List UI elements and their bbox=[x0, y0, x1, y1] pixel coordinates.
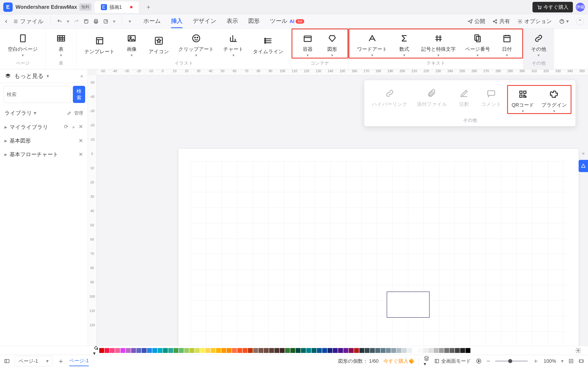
color-swatch[interactable] bbox=[386, 348, 391, 353]
color-swatch[interactable] bbox=[168, 348, 173, 353]
color-swatch[interactable] bbox=[216, 348, 221, 353]
zoom-out-button[interactable]: − bbox=[486, 358, 490, 365]
color-swatch[interactable] bbox=[131, 348, 136, 353]
color-swatch[interactable] bbox=[439, 348, 444, 353]
color-swatch[interactable] bbox=[115, 348, 120, 353]
back-button[interactable] bbox=[4, 19, 9, 24]
color-swatch[interactable] bbox=[428, 348, 433, 353]
save-button[interactable] bbox=[84, 19, 89, 24]
wordart-button[interactable]: ワードアート▼ bbox=[354, 30, 391, 57]
manage-library-button[interactable]: 管理 bbox=[74, 110, 83, 116]
print-button[interactable] bbox=[93, 19, 99, 24]
symbol-button[interactable]: 記号と特殊文字▼ bbox=[417, 30, 459, 57]
color-swatch[interactable] bbox=[121, 348, 125, 353]
color-swatch[interactable] bbox=[269, 348, 274, 353]
color-swatch[interactable] bbox=[205, 348, 210, 353]
color-swatch[interactable] bbox=[248, 348, 253, 353]
color-swatch[interactable] bbox=[322, 348, 327, 353]
file-menu[interactable]: ファイル bbox=[13, 17, 44, 25]
menu-tab-3[interactable]: 表示 bbox=[227, 15, 238, 28]
color-swatch[interactable] bbox=[301, 348, 306, 353]
fullscreen-button[interactable]: 全画面モード bbox=[434, 358, 471, 364]
help-button[interactable]: ▾ bbox=[559, 18, 569, 25]
new-tab-button[interactable]: ＋ bbox=[145, 3, 152, 11]
menu-tab-4[interactable]: 図形 bbox=[248, 15, 260, 28]
zoom-in-button[interactable]: ＋ bbox=[533, 357, 539, 365]
menu-tab-5[interactable]: ツール bbox=[270, 15, 287, 28]
timeline-button[interactable]: タイムライン bbox=[249, 33, 287, 55]
export-button[interactable] bbox=[103, 19, 108, 24]
attachment-button[interactable]: 添付ファイル bbox=[413, 85, 451, 114]
color-swatch[interactable] bbox=[200, 348, 205, 353]
color-swatch[interactable] bbox=[158, 348, 163, 353]
color-swatch[interactable] bbox=[136, 348, 141, 353]
color-swatch[interactable] bbox=[163, 348, 168, 353]
fit-page-button[interactable] bbox=[579, 359, 584, 364]
color-swatch[interactable] bbox=[259, 348, 263, 353]
redo-button[interactable] bbox=[74, 19, 79, 24]
more-shapes-button[interactable]: もっと見る bbox=[14, 72, 44, 80]
page[interactable] bbox=[178, 149, 579, 346]
color-swatch[interactable] bbox=[306, 348, 311, 353]
color-swatch[interactable] bbox=[375, 348, 380, 353]
search-button[interactable]: 検索 bbox=[73, 86, 85, 103]
color-swatch[interactable] bbox=[237, 348, 242, 353]
close-icon[interactable]: ✕ bbox=[79, 124, 83, 131]
hyperlink-button[interactable]: ハイパーリンク bbox=[368, 85, 411, 114]
plugin-button[interactable]: プラグイン▼ bbox=[538, 86, 571, 113]
color-swatch[interactable] bbox=[190, 348, 194, 353]
shape-button[interactable]: 図形▼ bbox=[321, 30, 343, 57]
color-swatch[interactable] bbox=[296, 348, 301, 353]
color-swatch[interactable] bbox=[423, 348, 428, 353]
other-button[interactable]: その他▼ bbox=[527, 30, 550, 57]
color-swatch[interactable] bbox=[253, 348, 258, 353]
color-swatch[interactable] bbox=[290, 348, 295, 353]
color-swatch[interactable] bbox=[311, 348, 316, 353]
image-button[interactable]: 画像▼ bbox=[121, 30, 143, 57]
close-icon[interactable]: ✕ bbox=[79, 151, 83, 158]
color-swatch[interactable] bbox=[333, 348, 338, 353]
tree-item[interactable]: ▸マイライブラリ⟳＋✕ bbox=[0, 120, 87, 134]
color-swatch[interactable] bbox=[264, 348, 269, 353]
color-swatch[interactable] bbox=[285, 348, 290, 353]
note-button[interactable]: 注釈 bbox=[453, 85, 475, 114]
color-swatch[interactable] bbox=[173, 348, 178, 353]
rectangle-shape[interactable] bbox=[387, 292, 430, 318]
color-swatch[interactable] bbox=[99, 348, 104, 353]
color-swatch[interactable] bbox=[391, 348, 396, 353]
undo-button[interactable] bbox=[57, 19, 62, 24]
color-swatch[interactable] bbox=[328, 348, 332, 353]
color-swatch[interactable] bbox=[402, 348, 407, 353]
color-swatch[interactable] bbox=[354, 348, 359, 353]
publish-button[interactable]: 公開 bbox=[467, 18, 485, 25]
format-panel-tab[interactable] bbox=[579, 160, 588, 172]
chart-button[interactable]: チャート▼ bbox=[220, 30, 247, 57]
color-swatch[interactable] bbox=[412, 348, 417, 353]
menu-tab-1[interactable]: 挿入 bbox=[171, 15, 182, 28]
color-swatch[interactable] bbox=[444, 348, 449, 353]
color-swatch[interactable] bbox=[221, 348, 226, 353]
tree-item[interactable]: ▸基本フローチャート✕ bbox=[0, 148, 87, 161]
table-button[interactable]: 表▼ bbox=[50, 30, 72, 57]
color-swatch[interactable] bbox=[450, 348, 454, 353]
add-page-button[interactable]: ＋ bbox=[57, 356, 64, 366]
color-swatch[interactable] bbox=[349, 348, 354, 353]
close-icon[interactable]: ✕ bbox=[79, 138, 83, 144]
options-button[interactable]: オプション bbox=[517, 18, 552, 25]
fit-width-button[interactable] bbox=[568, 359, 574, 364]
share-button[interactable]: 共有 bbox=[493, 18, 510, 25]
date-button[interactable]: 日付▼ bbox=[496, 30, 518, 57]
container-button[interactable]: 容器▼ bbox=[296, 30, 319, 57]
color-swatch[interactable] bbox=[152, 348, 157, 353]
clipart-button[interactable]: クリップアート▼ bbox=[175, 30, 218, 57]
library-header[interactable]: ライブラリ▾ bbox=[4, 109, 36, 117]
color-swatch[interactable] bbox=[434, 348, 439, 353]
color-swatch[interactable] bbox=[211, 348, 216, 353]
plus-icon[interactable]: ＋ bbox=[71, 124, 76, 131]
color-swatch[interactable] bbox=[460, 348, 465, 353]
document-tab[interactable]: E 描画1 bbox=[95, 1, 139, 13]
icon-button[interactable]: アイコン bbox=[145, 33, 173, 55]
color-swatch[interactable] bbox=[455, 348, 460, 353]
color-swatch[interactable] bbox=[280, 348, 285, 353]
menu-tab-2[interactable]: デザイン bbox=[193, 15, 216, 28]
